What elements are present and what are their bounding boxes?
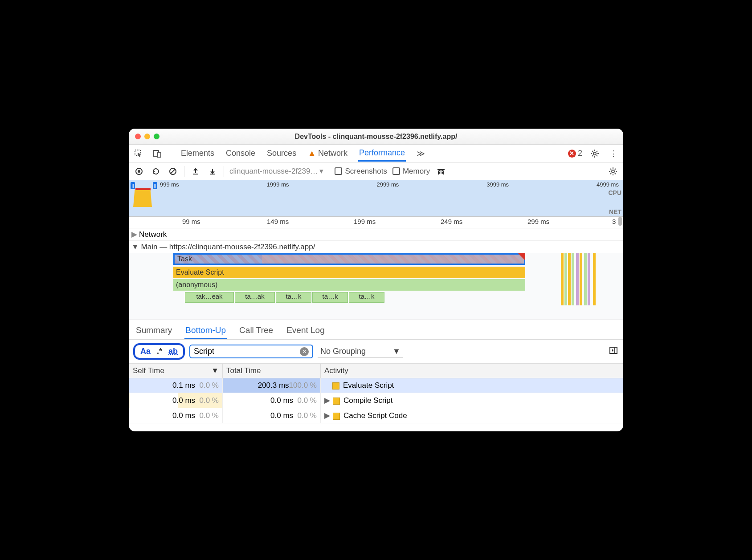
self-pct: 0.0 % bbox=[200, 396, 219, 405]
col-activity[interactable]: Activity bbox=[321, 364, 623, 378]
main-thread-header[interactable]: ▼ Main — https://clinquant-mousse-2f2396… bbox=[129, 241, 623, 253]
bottom-up-table: Self Time▼ Total Time Activity 0.1 ms 0.… bbox=[129, 363, 623, 423]
settings-icon[interactable] bbox=[589, 147, 601, 160]
checkbox-icon bbox=[335, 167, 342, 175]
show-sidebar-icon[interactable] bbox=[609, 346, 618, 357]
flame-block[interactable]: ta…k bbox=[312, 292, 348, 303]
total-ms: 200.3 ms bbox=[258, 381, 289, 390]
minimize-icon[interactable] bbox=[144, 134, 150, 139]
flame-task[interactable]: Task bbox=[173, 253, 525, 265]
net-label: NET bbox=[609, 208, 621, 215]
close-icon[interactable] bbox=[135, 134, 141, 139]
timeline-overview[interactable]: 999 ms 1999 ms 2999 ms 3999 ms 4999 ms |… bbox=[129, 180, 623, 217]
range-handle-right[interactable]: || bbox=[153, 182, 157, 189]
tick: 99 ms bbox=[182, 218, 200, 225]
network-lane[interactable]: ▶ Network bbox=[129, 228, 623, 241]
tick: 2999 ms bbox=[376, 181, 399, 188]
total-ms: 0.0 ms bbox=[270, 411, 293, 420]
tab-performance[interactable]: Performance bbox=[358, 146, 406, 162]
tick: 149 ms bbox=[267, 218, 289, 225]
tick: 4999 ms bbox=[597, 181, 619, 188]
record-button[interactable] bbox=[133, 166, 145, 177]
clear-button[interactable] bbox=[167, 166, 179, 177]
zoom-icon[interactable] bbox=[154, 134, 159, 139]
col-self-time[interactable]: Self Time▼ bbox=[129, 364, 223, 378]
memory-checkbox[interactable]: Memory bbox=[392, 167, 430, 176]
tab-network[interactable]: ▲ Network bbox=[307, 146, 348, 161]
grouping-select[interactable]: No Grouping ▼ bbox=[318, 346, 403, 357]
cpu-activity bbox=[133, 190, 152, 207]
tab-event-log[interactable]: Event Log bbox=[286, 323, 326, 339]
match-whole-word-button[interactable]: ab bbox=[168, 347, 178, 356]
filter-row: Aa .* ab ✕ No Grouping ▼ bbox=[129, 340, 623, 363]
self-ms: 0.0 ms bbox=[172, 396, 195, 405]
more-tabs-button[interactable]: ≫ bbox=[416, 146, 426, 161]
tab-summary[interactable]: Summary bbox=[135, 323, 173, 339]
tab-elements[interactable]: Elements bbox=[180, 146, 215, 161]
activity-label: Cache Script Code bbox=[343, 411, 407, 420]
filter-input[interactable] bbox=[194, 347, 297, 356]
flame-chart[interactable]: Task Evaluate Script (anonymous) tak…eak… bbox=[129, 253, 623, 320]
chevron-down-icon: ▾ bbox=[319, 166, 323, 176]
cpu-label: CPU bbox=[608, 189, 621, 196]
main-tab-bar: Elements Console Sources ▲ Network Perfo… bbox=[129, 145, 623, 162]
self-pct: 0.0 % bbox=[200, 381, 219, 390]
profile-selector[interactable]: clinquant-mousse-2f239… ▾ bbox=[229, 166, 323, 176]
match-word-label: ab bbox=[168, 347, 178, 356]
svg-point-3 bbox=[593, 152, 596, 155]
screenshots-label: Screenshots bbox=[345, 167, 387, 176]
flame-block[interactable]: ta…k bbox=[349, 292, 384, 303]
capture-settings-icon[interactable] bbox=[607, 166, 619, 177]
flame-evaluate-script[interactable]: Evaluate Script bbox=[173, 267, 525, 278]
match-case-button[interactable]: Aa bbox=[140, 347, 151, 356]
garbage-collect-button[interactable] bbox=[435, 166, 447, 177]
table-row[interactable]: 0.0 ms 0.0 % 0.0 ms 0.0 % ▶Compile Scrip… bbox=[129, 393, 623, 408]
expand-icon[interactable]: ▶ bbox=[324, 411, 330, 420]
tab-call-tree[interactable]: Call Tree bbox=[238, 323, 274, 339]
inspect-element-icon[interactable] bbox=[132, 147, 145, 160]
svg-line-7 bbox=[171, 169, 175, 174]
warning-icon: ▲ bbox=[308, 149, 316, 158]
checkbox-icon bbox=[392, 167, 400, 175]
kebab-menu-icon[interactable]: ⋮ bbox=[607, 147, 620, 160]
table-row[interactable]: 0.0 ms 0.0 % 0.0 ms 0.0 % ▶Cache Script … bbox=[129, 408, 623, 423]
total-pct: 0.0 % bbox=[298, 396, 317, 405]
table-row[interactable]: 0.1 ms 0.0 % 200.3 ms100.0 % Evaluate Sc… bbox=[129, 378, 623, 393]
range-handle-left[interactable]: || bbox=[131, 182, 135, 189]
performance-toolbar: clinquant-mousse-2f239… ▾ Screenshots Me… bbox=[129, 162, 623, 180]
reload-button[interactable] bbox=[150, 166, 162, 177]
tab-bottom-up[interactable]: Bottom-Up bbox=[184, 323, 227, 339]
flame-block[interactable]: ta…k bbox=[276, 292, 311, 303]
tab-console[interactable]: Console bbox=[225, 146, 256, 161]
self-ms: 0.1 ms bbox=[172, 381, 195, 390]
flame-block[interactable]: tak…eak bbox=[185, 292, 234, 303]
activity-label: Compile Script bbox=[343, 396, 393, 405]
expand-icon[interactable]: ▶ bbox=[324, 396, 330, 405]
error-badge[interactable]: ✕ 2 bbox=[568, 149, 582, 158]
device-toolbar-icon[interactable] bbox=[151, 147, 163, 160]
tick: 249 ms bbox=[441, 218, 462, 225]
clear-filter-icon[interactable]: ✕ bbox=[300, 347, 309, 356]
tick: 299 ms bbox=[527, 218, 549, 225]
collapse-icon: ▼ bbox=[131, 243, 139, 251]
tick: 199 ms bbox=[354, 218, 376, 225]
screenshots-checkbox[interactable]: Screenshots bbox=[335, 167, 387, 176]
traffic-lights bbox=[135, 134, 159, 139]
long-task-corner-icon bbox=[518, 253, 525, 260]
memory-label: Memory bbox=[403, 167, 430, 176]
devtools-window: DevTools - clinquant-mousse-2f2396.netli… bbox=[129, 129, 623, 431]
divider bbox=[184, 166, 184, 177]
col-total-time[interactable]: Total Time bbox=[223, 364, 321, 378]
regex-button[interactable]: .* bbox=[157, 347, 162, 356]
profile-name: clinquant-mousse-2f239… bbox=[229, 167, 318, 176]
tab-sources[interactable]: Sources bbox=[266, 146, 297, 161]
flame-block[interactable]: ta…ak bbox=[235, 292, 275, 303]
flame-anonymous[interactable]: (anonymous) bbox=[173, 279, 525, 291]
tick: 999 ms bbox=[160, 181, 179, 188]
expand-icon: ▶ bbox=[131, 230, 137, 239]
divider bbox=[224, 166, 224, 177]
download-button[interactable] bbox=[207, 166, 218, 177]
scrollbar[interactable] bbox=[618, 217, 622, 226]
self-ms: 0.0 ms bbox=[172, 411, 195, 420]
upload-button[interactable] bbox=[190, 166, 201, 177]
